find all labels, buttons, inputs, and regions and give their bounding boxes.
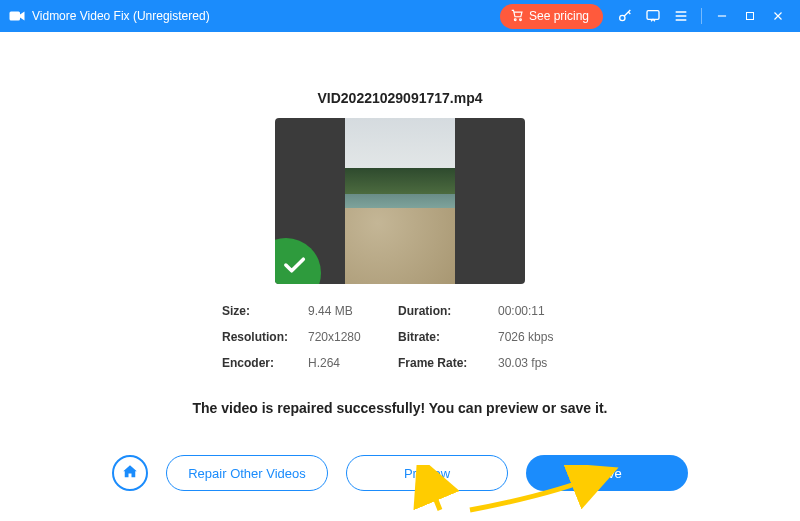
video-metadata: Size: 9.44 MB Duration: 00:00:11 Resolut… — [222, 304, 578, 370]
feedback-icon[interactable] — [639, 2, 667, 30]
window-title: Vidmore Video Fix (Unregistered) — [32, 9, 210, 23]
framerate-label: Frame Rate: — [398, 356, 488, 370]
repair-other-videos-button[interactable]: Repair Other Videos — [166, 455, 328, 491]
size-value: 9.44 MB — [308, 304, 388, 318]
bitrate-label: Bitrate: — [398, 330, 488, 344]
see-pricing-button[interactable]: See pricing — [500, 4, 603, 29]
menu-icon[interactable] — [667, 2, 695, 30]
main-content: VID20221029091717.mp4 Size: 9.44 MB Dura… — [0, 32, 800, 521]
encoder-label: Encoder: — [222, 356, 298, 370]
resolution-label: Resolution: — [222, 330, 298, 344]
home-icon — [121, 463, 139, 484]
titlebar-separator — [701, 8, 702, 24]
thumbnail-image — [345, 118, 455, 284]
svg-rect-0 — [10, 12, 21, 21]
duration-label: Duration: — [398, 304, 488, 318]
close-button[interactable] — [764, 2, 792, 30]
key-icon[interactable] — [611, 2, 639, 30]
svg-point-2 — [520, 18, 522, 20]
minimize-button[interactable] — [708, 2, 736, 30]
svg-point-3 — [620, 15, 625, 20]
status-message: The video is repaired successfully! You … — [193, 400, 608, 416]
encoder-value: H.264 — [308, 356, 388, 370]
bitrate-value: 7026 kbps — [498, 330, 578, 344]
svg-rect-5 — [747, 13, 754, 20]
cart-icon — [510, 8, 524, 25]
framerate-value: 30.03 fps — [498, 356, 578, 370]
file-name: VID20221029091717.mp4 — [317, 90, 482, 106]
maximize-button[interactable] — [736, 2, 764, 30]
success-check-icon — [275, 238, 321, 284]
resolution-value: 720x1280 — [308, 330, 388, 344]
save-button[interactable]: Save — [526, 455, 688, 491]
duration-value: 00:00:11 — [498, 304, 578, 318]
size-label: Size: — [222, 304, 298, 318]
svg-rect-4 — [647, 11, 659, 20]
video-thumbnail — [275, 118, 525, 284]
action-button-row: Repair Other Videos Preview Save — [0, 455, 800, 491]
title-bar: Vidmore Video Fix (Unregistered) See pri… — [0, 0, 800, 32]
home-button[interactable] — [112, 455, 148, 491]
svg-point-1 — [514, 18, 516, 20]
preview-button[interactable]: Preview — [346, 455, 508, 491]
app-logo-icon — [8, 7, 26, 25]
